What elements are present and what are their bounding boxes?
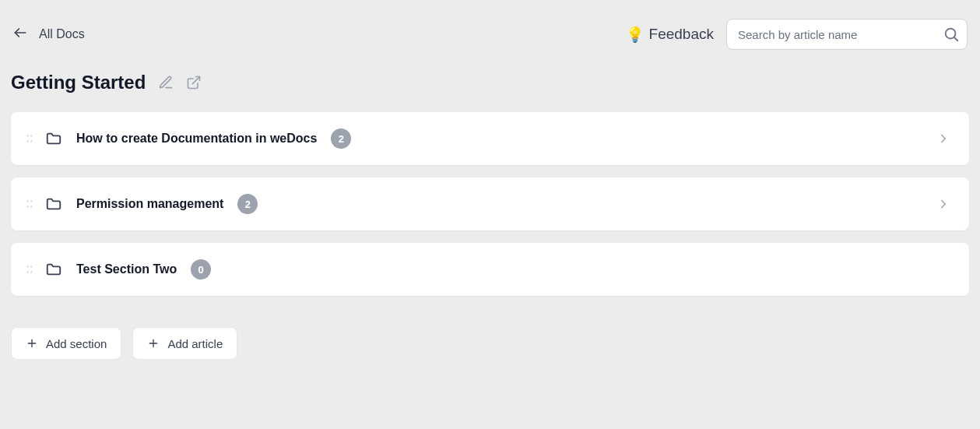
- svg-point-9: [30, 200, 32, 202]
- svg-point-10: [27, 206, 29, 207]
- feedback-button[interactable]: 💡 Feedback: [626, 26, 714, 44]
- page-title: Getting Started: [11, 72, 146, 93]
- title-row: Getting Started: [0, 50, 980, 106]
- folder-icon: [45, 261, 62, 278]
- chevron-right-icon: [936, 197, 950, 211]
- count-badge: 2: [237, 194, 258, 214]
- search-input[interactable]: [726, 19, 968, 50]
- plus-icon: [147, 337, 160, 350]
- actions-row: Add section Add article: [0, 296, 980, 360]
- lightbulb-icon: 💡: [626, 26, 645, 44]
- svg-point-13: [30, 265, 32, 267]
- add-section-label: Add section: [46, 337, 107, 350]
- section-title: How to create Documentation in weDocs: [76, 132, 317, 146]
- svg-point-7: [30, 140, 32, 142]
- count-badge: 2: [331, 128, 351, 149]
- section-title: Test Section Two: [76, 262, 177, 276]
- svg-point-12: [27, 265, 29, 267]
- drag-handle-icon[interactable]: [22, 264, 37, 275]
- search-wrap: [726, 19, 968, 50]
- back-link[interactable]: All Docs: [12, 25, 85, 44]
- section-row[interactable]: Test Section Two 0: [11, 243, 969, 296]
- section-row[interactable]: Permission management 2: [11, 178, 969, 230]
- arrow-left-icon: [12, 25, 28, 44]
- edit-icon[interactable]: [158, 75, 174, 90]
- svg-point-4: [27, 135, 29, 136]
- chevron-right-icon: [936, 132, 950, 146]
- section-list: How to create Documentation in weDocs 2 …: [0, 106, 980, 296]
- feedback-label: Feedback: [649, 26, 714, 43]
- add-article-label: Add article: [167, 337, 223, 350]
- svg-line-2: [954, 37, 957, 40]
- drag-handle-icon[interactable]: [22, 133, 37, 144]
- svg-point-6: [27, 140, 29, 142]
- back-label: All Docs: [39, 27, 85, 41]
- section-row[interactable]: How to create Documentation in weDocs 2: [11, 112, 969, 165]
- search-icon[interactable]: [943, 26, 960, 43]
- plus-icon: [26, 337, 38, 350]
- topbar-right: 💡 Feedback: [626, 19, 968, 50]
- svg-point-8: [27, 200, 29, 202]
- add-article-button[interactable]: Add article: [132, 327, 237, 360]
- svg-point-14: [27, 271, 29, 273]
- svg-point-5: [30, 135, 32, 136]
- drag-handle-icon[interactable]: [22, 199, 37, 209]
- section-title: Permission management: [76, 197, 223, 211]
- svg-point-11: [30, 206, 32, 207]
- folder-icon: [45, 195, 62, 213]
- add-section-button[interactable]: Add section: [11, 327, 121, 360]
- svg-line-3: [193, 77, 200, 84]
- svg-point-15: [30, 271, 32, 273]
- folder-icon: [45, 130, 62, 147]
- external-link-icon[interactable]: [186, 75, 202, 90]
- count-badge: 0: [191, 259, 211, 280]
- topbar: All Docs 💡 Feedback: [0, 0, 980, 50]
